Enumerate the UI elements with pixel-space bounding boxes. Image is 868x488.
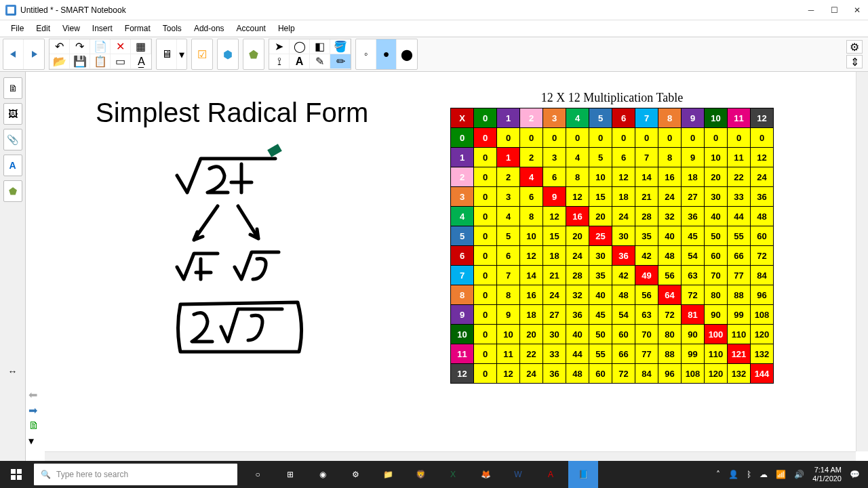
- text-style-button[interactable]: A̲: [131, 54, 151, 69]
- table-title: 12 X 12 Multiplication Table: [450, 91, 774, 105]
- notifications-icon[interactable]: 💬: [850, 470, 860, 479]
- title-bar: Untitled * - SMART Notebook ─ ☐ ✕: [0, 0, 868, 20]
- taskview-icon[interactable]: ⊞: [275, 461, 305, 488]
- response-button[interactable]: ☑: [192, 39, 212, 69]
- paste-button[interactable]: 📋: [90, 54, 111, 69]
- bluetooth-icon[interactable]: ᛒ: [747, 470, 751, 479]
- measurement-button[interactable]: ⬢: [218, 39, 238, 69]
- shape-tool[interactable]: ◯: [290, 39, 310, 54]
- gallery-tab[interactable]: 🖼: [3, 103, 22, 125]
- maximize-button[interactable]: ☐: [829, 5, 840, 16]
- prev-page-button[interactable]: [3, 39, 24, 69]
- word-icon[interactable]: W: [503, 461, 533, 488]
- menu-file[interactable]: File: [5, 22, 29, 35]
- menu-addons[interactable]: Add-ons: [189, 22, 230, 35]
- nav-add-icon[interactable]: 🗎: [28, 420, 39, 432]
- window-title: Untitled * - SMART Notebook: [20, 5, 806, 15]
- eraser-medium[interactable]: ●: [376, 39, 397, 69]
- undo-button[interactable]: ↶: [50, 39, 70, 54]
- vertical-scrollbar[interactable]: [856, 72, 868, 451]
- toolbar: ↶ 📂 ↷ 💾 📄 📋 ✕ ▭ ▦ A̲ 🖥 ▾ ☑ ⬢ ⬟ ➤ ⟟ ◯ A ◧…: [0, 37, 868, 72]
- new-page-button[interactable]: 📄: [90, 39, 111, 54]
- clock-date: 4/1/2020: [812, 474, 842, 483]
- menu-edit[interactable]: Edit: [31, 22, 56, 35]
- open-button[interactable]: 📂: [50, 54, 70, 69]
- redo-button[interactable]: ↷: [70, 39, 90, 54]
- ruler-tool[interactable]: ⟟: [269, 54, 290, 69]
- nav-up-icon[interactable]: ⬅: [28, 388, 39, 401]
- chrome-icon[interactable]: ◉: [308, 461, 338, 488]
- svg-rect-0: [11, 469, 16, 474]
- page-title: Simplest Radical Form: [96, 98, 368, 128]
- workspace: 🗎 🖼 📎 A ⬟ ↔ Simplest Radical Form: [0, 72, 868, 464]
- menu-tools[interactable]: Tools: [157, 22, 187, 35]
- side-tabs: 🗎 🖼 📎 A ⬟ ↔: [0, 72, 26, 464]
- multiplication-table: 12 X 12 Multiplication Table X0123456789…: [450, 91, 774, 384]
- clock-time: 7:14 AM: [812, 466, 842, 474]
- close-button[interactable]: ✕: [852, 5, 863, 16]
- svg-rect-2: [11, 475, 16, 480]
- taskbar-search[interactable]: 🔍 Type here to search: [34, 464, 237, 485]
- next-page-button[interactable]: [24, 39, 44, 69]
- save-button[interactable]: 💾: [70, 54, 90, 69]
- smart-notebook-taskbar-icon[interactable]: 📘: [568, 461, 598, 488]
- pen-tool[interactable]: ✎: [310, 54, 330, 69]
- system-tray: ˄ 👤 ᛒ ☁ 📶 🔊 7:14 AM 4/1/2020 💬: [716, 466, 868, 483]
- menu-format[interactable]: Format: [119, 22, 156, 35]
- nav-more-icon[interactable]: ▾: [28, 434, 39, 447]
- addon-button[interactable]: ⬟: [243, 39, 264, 69]
- text-tool[interactable]: A: [290, 54, 310, 69]
- page-sorter-tab[interactable]: 🗎: [3, 77, 22, 99]
- menu-view[interactable]: View: [57, 22, 85, 35]
- menu-account[interactable]: Account: [231, 22, 271, 35]
- acrobat-icon[interactable]: A: [536, 461, 566, 488]
- minimize-button[interactable]: ─: [806, 5, 816, 16]
- svg-rect-1: [17, 469, 22, 474]
- multiplication-grid: X012345678910111200000000000000101234567…: [450, 108, 774, 384]
- cortana-icon[interactable]: ○: [243, 461, 273, 488]
- search-icon: 🔍: [41, 470, 51, 479]
- onedrive-icon[interactable]: ☁: [760, 470, 768, 479]
- excel-icon[interactable]: X: [438, 461, 468, 488]
- delete-button[interactable]: ✕: [111, 39, 131, 54]
- menu-bar: File Edit View Insert Format Tools Add-o…: [0, 20, 868, 37]
- highlighter-tool[interactable]: ✏: [330, 54, 351, 69]
- svg-rect-3: [17, 475, 22, 480]
- start-button[interactable]: [0, 461, 33, 488]
- dropdown-icon[interactable]: ▾: [177, 39, 186, 69]
- taskbar-clock[interactable]: 7:14 AM 4/1/2020: [812, 466, 842, 483]
- volume-icon[interactable]: 🔊: [794, 470, 804, 479]
- eraser-small[interactable]: ◦: [356, 39, 376, 69]
- page-nav: ⬅ ➡ 🗎 ▾: [28, 388, 39, 447]
- attachments-tab[interactable]: 📎: [3, 129, 22, 150]
- app-icon: [5, 5, 16, 16]
- settings-icon[interactable]: ⚙: [846, 40, 863, 54]
- windows-taskbar: 🔍 Type here to search ○ ⊞ ◉ ⚙ 📁 🦁 X 🦊 W …: [0, 461, 868, 488]
- brave-icon[interactable]: 🦁: [406, 461, 435, 488]
- move-toolbar-icon[interactable]: ⇕: [846, 55, 863, 68]
- gimp-icon[interactable]: 🦊: [471, 461, 500, 488]
- eraser-large[interactable]: ⬤: [397, 39, 417, 69]
- nav-down-icon[interactable]: ➡: [28, 404, 39, 417]
- settings-taskbar-icon[interactable]: ⚙: [340, 461, 370, 488]
- search-placeholder: Type here to search: [56, 470, 128, 479]
- screen-capture-button[interactable]: 🖥: [157, 39, 177, 69]
- menu-insert[interactable]: Insert: [87, 22, 118, 35]
- table-button[interactable]: ▦: [131, 39, 151, 54]
- select-tool[interactable]: ➤: [269, 39, 290, 54]
- addons-tab[interactable]: ⬟: [3, 180, 22, 202]
- people-icon[interactable]: 👤: [728, 470, 738, 479]
- eraser-tool[interactable]: ◧: [310, 39, 330, 54]
- canvas-area[interactable]: Simplest Radical Form: [26, 72, 868, 464]
- fill-tool[interactable]: 🪣: [330, 39, 351, 54]
- menu-help[interactable]: Help: [273, 22, 300, 35]
- properties-tab[interactable]: A: [3, 155, 22, 176]
- wifi-icon[interactable]: 📶: [776, 470, 786, 479]
- screen-shade-button[interactable]: ▭: [111, 54, 131, 69]
- resize-handle[interactable]: ↔: [3, 361, 22, 382]
- handwritten-math: [157, 152, 333, 362]
- explorer-icon[interactable]: 📁: [373, 461, 403, 488]
- tray-up-icon[interactable]: ˄: [716, 470, 720, 479]
